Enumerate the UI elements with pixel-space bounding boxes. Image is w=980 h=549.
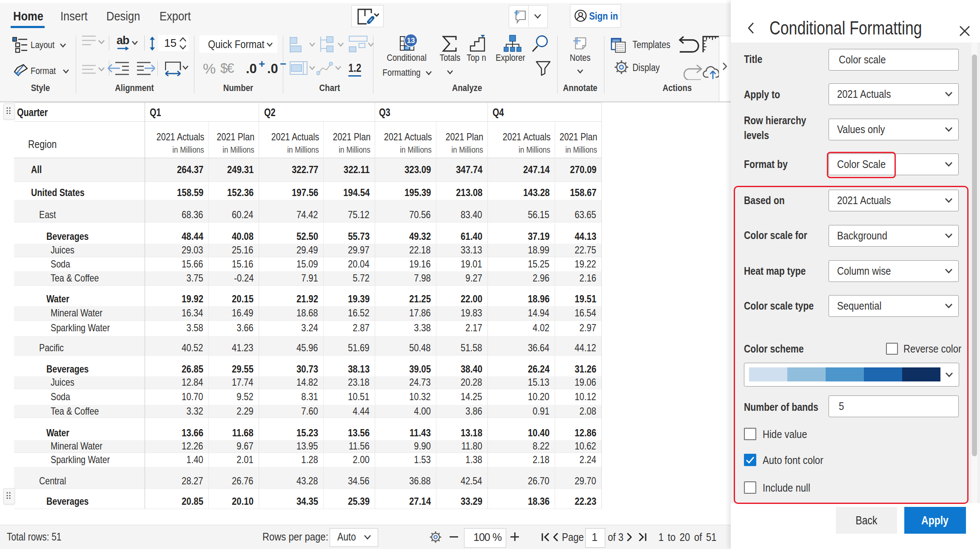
svg-text:13: 13 (407, 37, 415, 45)
